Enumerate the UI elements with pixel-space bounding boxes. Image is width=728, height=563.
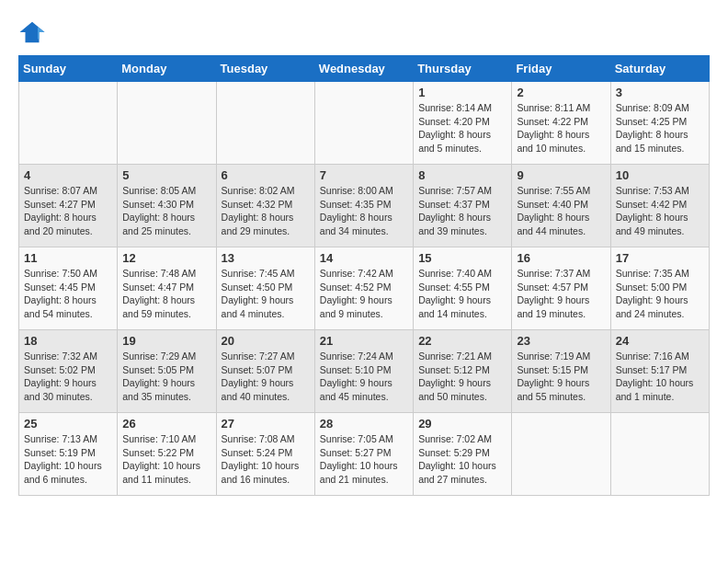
day-number: 13 <box>222 251 310 265</box>
day-detail: and 20 minutes. <box>24 225 93 236</box>
calendar-cell: 20Sunrise: 7:27 AMSunset: 5:07 PMDayligh… <box>216 330 314 413</box>
calendar-cell: 21Sunrise: 7:24 AMSunset: 5:10 PMDayligh… <box>314 330 413 413</box>
day-detail: Daylight: 9 hours <box>517 377 589 388</box>
day-number: 17 <box>616 251 704 265</box>
calendar-cell: 7Sunrise: 8:00 AMSunset: 4:35 PMDaylight… <box>314 165 413 247</box>
day-detail: Sunrise: 7:45 AM <box>222 267 310 281</box>
calendar-cell: 13Sunrise: 7:45 AMSunset: 4:50 PMDayligh… <box>216 247 314 330</box>
day-detail: and 24 minutes. <box>616 308 685 319</box>
day-number: 4 <box>24 168 112 182</box>
day-info: Sunrise: 8:14 AMSunset: 4:20 PMDaylight:… <box>418 101 506 155</box>
day-detail: Sunset: 5:24 PM <box>222 446 310 460</box>
day-detail: Daylight: 8 hours <box>122 212 195 223</box>
calendar-cell: 26Sunrise: 7:10 AMSunset: 5:22 PMDayligh… <box>118 413 216 496</box>
day-detail: Daylight: 10 hours <box>616 377 694 388</box>
day-detail: Sunrise: 7:05 AM <box>320 432 408 446</box>
day-detail: Daylight: 9 hours <box>24 377 97 388</box>
calendar-cell <box>314 82 413 165</box>
day-detail: and 19 minutes. <box>517 308 586 319</box>
day-detail: and 14 minutes. <box>418 308 487 319</box>
day-detail: and 34 minutes. <box>320 225 389 236</box>
day-info: Sunrise: 7:57 AMSunset: 4:37 PMDaylight:… <box>418 184 506 238</box>
calendar-cell: 18Sunrise: 7:32 AMSunset: 5:02 PMDayligh… <box>19 330 118 413</box>
day-detail: Sunset: 4:32 PM <box>222 198 310 212</box>
day-detail: Sunset: 4:55 PM <box>418 281 506 294</box>
calendar-body: 1Sunrise: 8:14 AMSunset: 4:20 PMDaylight… <box>19 82 710 496</box>
day-detail: Sunrise: 7:02 AM <box>418 432 506 446</box>
day-detail: Sunset: 4:37 PM <box>418 198 506 212</box>
calendar-cell: 28Sunrise: 7:05 AMSunset: 5:27 PMDayligh… <box>314 413 413 496</box>
weekday-header: Saturday <box>610 56 709 82</box>
calendar-cell <box>118 82 216 165</box>
day-detail: Sunrise: 7:13 AM <box>24 432 112 446</box>
day-number: 8 <box>418 168 506 182</box>
calendar-cell: 12Sunrise: 7:48 AMSunset: 4:47 PMDayligh… <box>118 247 216 330</box>
day-info: Sunrise: 8:02 AMSunset: 4:32 PMDaylight:… <box>222 184 310 238</box>
calendar-table: SundayMondayTuesdayWednesdayThursdayFrid… <box>18 55 710 496</box>
day-detail: Daylight: 8 hours <box>616 212 688 223</box>
day-info: Sunrise: 7:40 AMSunset: 4:55 PMDaylight:… <box>418 267 506 321</box>
day-info: Sunrise: 7:37 AMSunset: 4:57 PMDaylight:… <box>517 267 605 321</box>
day-detail: and 4 minutes. <box>222 308 285 319</box>
day-detail: Sunrise: 7:50 AM <box>24 267 112 281</box>
day-detail: Daylight: 8 hours <box>418 129 491 140</box>
day-info: Sunrise: 7:35 AMSunset: 5:00 PMDaylight:… <box>616 267 704 321</box>
day-detail: Daylight: 9 hours <box>122 377 195 388</box>
day-info: Sunrise: 7:55 AMSunset: 4:40 PMDaylight:… <box>517 184 605 238</box>
day-detail: and 40 minutes. <box>222 391 290 402</box>
day-detail: Sunrise: 7:29 AM <box>122 350 210 363</box>
day-detail: Sunset: 4:47 PM <box>122 281 210 294</box>
day-detail: Daylight: 9 hours <box>222 377 294 388</box>
day-detail: Sunset: 5:27 PM <box>320 446 408 460</box>
day-detail: and 21 minutes. <box>320 474 389 485</box>
day-detail: Sunrise: 8:02 AM <box>222 184 310 198</box>
calendar-cell: 3Sunrise: 8:09 AMSunset: 4:25 PMDaylight… <box>610 82 709 165</box>
day-detail: Sunset: 4:22 PM <box>517 115 605 129</box>
day-detail: and 10 minutes. <box>517 143 586 154</box>
day-detail: and 25 minutes. <box>122 225 191 236</box>
day-info: Sunrise: 7:50 AMSunset: 4:45 PMDaylight:… <box>24 267 112 321</box>
day-detail: Sunset: 5:02 PM <box>24 363 112 377</box>
day-detail: and 49 minutes. <box>616 225 685 236</box>
day-detail: Daylight: 8 hours <box>222 212 294 223</box>
day-detail: Sunrise: 8:14 AM <box>418 101 506 115</box>
calendar-cell: 16Sunrise: 7:37 AMSunset: 4:57 PMDayligh… <box>512 247 610 330</box>
calendar-cell: 22Sunrise: 7:21 AMSunset: 5:12 PMDayligh… <box>414 330 512 413</box>
calendar-cell <box>610 413 709 496</box>
day-detail: Daylight: 10 hours <box>222 460 300 471</box>
calendar-cell: 8Sunrise: 7:57 AMSunset: 4:37 PMDaylight… <box>414 165 512 247</box>
calendar-week-row: 25Sunrise: 7:13 AMSunset: 5:19 PMDayligh… <box>19 413 710 496</box>
day-number: 18 <box>24 334 112 348</box>
day-info: Sunrise: 7:45 AMSunset: 4:50 PMDaylight:… <box>222 267 310 321</box>
day-info: Sunrise: 7:42 AMSunset: 4:52 PMDaylight:… <box>320 267 408 321</box>
weekday-header: Friday <box>512 56 610 82</box>
day-info: Sunrise: 8:07 AMSunset: 4:27 PMDaylight:… <box>24 184 112 238</box>
day-detail: Sunrise: 7:37 AM <box>517 267 605 281</box>
calendar-cell: 10Sunrise: 7:53 AMSunset: 4:42 PMDayligh… <box>610 165 709 247</box>
calendar-cell <box>216 82 314 165</box>
day-detail: Sunset: 4:42 PM <box>616 198 704 212</box>
day-detail: Sunrise: 7:35 AM <box>616 267 704 281</box>
day-number: 28 <box>320 417 408 431</box>
calendar-cell: 15Sunrise: 7:40 AMSunset: 4:55 PMDayligh… <box>414 247 512 330</box>
day-detail: Sunrise: 7:24 AM <box>320 350 408 363</box>
day-detail: Sunset: 4:27 PM <box>24 198 112 212</box>
day-detail: Daylight: 10 hours <box>320 460 398 471</box>
day-detail: Sunset: 4:57 PM <box>517 281 605 294</box>
day-detail: Daylight: 9 hours <box>320 294 392 305</box>
day-detail: Sunrise: 7:57 AM <box>418 184 506 198</box>
day-info: Sunrise: 7:10 AMSunset: 5:22 PMDaylight:… <box>122 432 210 487</box>
day-detail: Sunset: 5:07 PM <box>222 363 310 377</box>
day-info: Sunrise: 7:13 AMSunset: 5:19 PMDaylight:… <box>24 432 112 487</box>
day-detail: Sunrise: 7:53 AM <box>616 184 704 198</box>
day-detail: Daylight: 10 hours <box>418 460 496 471</box>
day-detail: Sunrise: 7:40 AM <box>418 267 506 281</box>
day-detail: Daylight: 8 hours <box>24 294 97 305</box>
day-detail: Daylight: 10 hours <box>122 460 200 471</box>
day-info: Sunrise: 8:05 AMSunset: 4:30 PMDaylight:… <box>122 184 210 238</box>
day-detail: Daylight: 9 hours <box>517 294 589 305</box>
day-number: 14 <box>320 251 408 265</box>
day-info: Sunrise: 7:16 AMSunset: 5:17 PMDaylight:… <box>616 350 704 404</box>
day-detail: Sunset: 5:00 PM <box>616 281 704 294</box>
day-detail: Daylight: 8 hours <box>616 129 688 140</box>
